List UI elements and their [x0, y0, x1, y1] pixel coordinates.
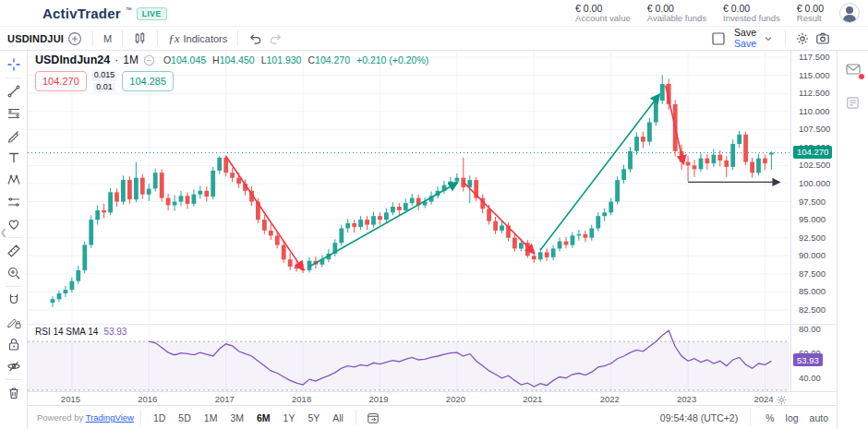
chart-style-button[interactable]: [129, 31, 151, 45]
legend-interval[interactable]: 1M: [123, 54, 139, 66]
symbol-name[interactable]: USDINDJUI: [7, 33, 64, 44]
xabcd-pattern-icon: [6, 173, 21, 187]
account-metric: € 0.00Invested funds: [723, 3, 780, 24]
axis-label: 80.00: [799, 324, 821, 334]
sell-button[interactable]: 104.270: [35, 71, 87, 91]
news-button[interactable]: [844, 93, 862, 112]
rsi-chart-canvas[interactable]: [28, 325, 790, 391]
timeframe-all[interactable]: All: [327, 411, 349, 425]
timeframe-5d[interactable]: 5D: [173, 411, 196, 425]
save-dropdown[interactable]: [758, 29, 778, 49]
timeframe-1d[interactable]: 1D: [148, 411, 171, 425]
legend-symbol[interactable]: USDIndJun24: [35, 54, 110, 66]
axis-label: 40.00: [799, 373, 821, 383]
timeframe-1y[interactable]: 1Y: [278, 411, 301, 425]
tool-hide-drawings[interactable]: [1, 355, 27, 377]
undo-icon: [248, 31, 262, 45]
indicators-label: Indicators: [184, 33, 228, 44]
divider: [356, 410, 356, 425]
tool-measure[interactable]: [1, 240, 27, 262]
account-metric: € 0.00Account value: [575, 3, 631, 24]
timeframe-buttons: 1D5D1M3M6M1Y5YAll: [148, 411, 349, 425]
timeframe-5y[interactable]: 5Y: [302, 411, 325, 425]
tool-crosshair[interactable]: [1, 54, 27, 76]
metric-label: Result: [797, 14, 824, 24]
tradingview-link[interactable]: TradingView: [86, 412, 134, 423]
change-value: +0.210 (+0.20%): [356, 54, 428, 66]
metric-value: € 0.00: [723, 3, 780, 14]
chart-region: USDIndJun24 · 1M O104.045 H104.450 L101.…: [28, 51, 837, 429]
year-label: 2017: [215, 394, 235, 404]
redo-icon: [269, 31, 283, 45]
rsi-legend-text[interactable]: RSI 14 SMA 14: [35, 327, 98, 337]
high-value: 104.450: [220, 54, 255, 66]
divider: [237, 30, 238, 46]
quote-panel: 104.270 0.015 0.01 104.285: [35, 70, 428, 92]
save-label[interactable]: Save: [734, 28, 756, 38]
account-metric: € 0.00Result: [797, 3, 824, 24]
forecast-tool-icon: [6, 195, 21, 209]
redo-button[interactable]: [265, 29, 285, 49]
divider: [157, 30, 158, 46]
camera-icon: [815, 31, 830, 46]
time-axis[interactable]: 2015201620172018201920202021202220232024: [28, 391, 837, 405]
add-symbol-button[interactable]: [64, 31, 86, 46]
price-axis[interactable]: 117.500115.000112.500110.000107.500105.0…: [790, 51, 837, 391]
axis-label: 92.500: [799, 232, 826, 243]
tool-forecast[interactable]: [1, 191, 27, 213]
tool-drawing-mode[interactable]: [1, 311, 27, 333]
divider: [6, 286, 22, 287]
year-label: 2018: [292, 394, 311, 404]
clock[interactable]: 09:54:48 (UTC+2): [660, 412, 738, 423]
year-label: 2023: [677, 394, 696, 404]
tool-trend-line[interactable]: [1, 80, 27, 102]
avatar[interactable]: [839, 3, 860, 23]
percent-scale-button[interactable]: %: [763, 412, 777, 423]
layout-button[interactable]: [708, 29, 729, 49]
save-link[interactable]: Save: [734, 39, 756, 49]
timeframe-1m[interactable]: 1M: [199, 411, 223, 425]
axis-label: 102.500: [799, 160, 830, 170]
indicators-button[interactable]: ƒx Indicators: [164, 31, 231, 46]
buy-button[interactable]: 104.285: [122, 71, 174, 91]
spread-bottom: 0.01: [93, 82, 115, 93]
save-menu[interactable]: Save Save: [734, 28, 756, 48]
tool-xabcd-pattern[interactable]: [1, 169, 27, 191]
top-bar: ActivTrader ™ LIVE € 0.00Account value€ …: [0, 0, 868, 26]
axis-label: 95.000: [799, 214, 826, 224]
right-rail: [837, 51, 868, 429]
tool-brush[interactable]: [1, 125, 27, 147]
chevron-left-icon[interactable]: ❮: [0, 228, 7, 237]
axis-label: 110.000: [799, 106, 830, 116]
bottom-bar: Powered by TradingView 1D5D1M3M6M1Y5YAll…: [28, 405, 837, 429]
screenshot-button[interactable]: [813, 29, 833, 49]
tool-fib-retracement[interactable]: [1, 102, 27, 125]
tool-magnet[interactable]: [1, 289, 27, 311]
undo-button[interactable]: [245, 29, 265, 49]
timeframe-3m[interactable]: 3M: [224, 411, 249, 425]
brand-logo: ActivTrader ™ LIVE: [42, 6, 167, 21]
year-label: 2019: [368, 394, 388, 404]
notifications-button[interactable]: [844, 60, 862, 78]
go-to-date-button[interactable]: [363, 408, 383, 428]
spread-values: 0.015 0.01: [91, 70, 118, 92]
legend-row: USDIndJun24 · 1M O104.045 H104.450 L101.…: [35, 54, 428, 66]
tool-lock-all[interactable]: [1, 333, 27, 355]
pane-divider[interactable]: [28, 324, 837, 325]
timeframe-button[interactable]: M: [100, 33, 115, 44]
ruler-icon: [6, 244, 21, 258]
log-scale-button[interactable]: log: [783, 412, 802, 423]
tool-zoom-in[interactable]: [1, 262, 27, 284]
minus-circle-icon[interactable]: [143, 54, 155, 66]
metric-value: € 0.00: [797, 3, 824, 14]
timeframe-6m[interactable]: 6M: [251, 411, 276, 425]
tool-text[interactable]: [1, 147, 27, 169]
rsi-legend-value: 53.93: [103, 327, 127, 337]
brand-name: ActivTrader: [42, 6, 121, 21]
hide-drawings-icon: [6, 359, 21, 374]
auto-scale-button[interactable]: auto: [807, 412, 831, 423]
year-label: 2021: [523, 394, 542, 404]
settings-button[interactable]: [792, 29, 813, 49]
tool-remove-drawings[interactable]: [1, 382, 27, 404]
open-value: 104.045: [171, 54, 206, 66]
